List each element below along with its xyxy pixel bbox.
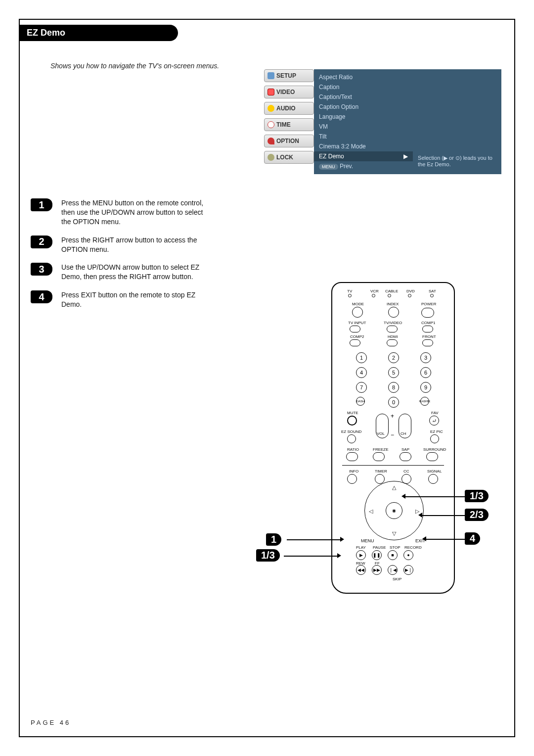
flashbk-button[interactable]: FLASHBK [420, 397, 429, 406]
step-3: 3 Use the UP/DOWN arrow button to select… [31, 263, 503, 282]
surround-button[interactable] [426, 452, 438, 461]
record-button[interactable]: ● [403, 550, 413, 560]
skip-back-button[interactable]: ❘◀ [388, 565, 398, 575]
play-button[interactable]: ▶ [356, 550, 366, 560]
callout-1: 1 [266, 533, 281, 546]
digit-0[interactable]: 0 [388, 397, 399, 408]
info-button[interactable] [347, 474, 357, 484]
callout-4: 4 [465, 532, 480, 545]
digit-1[interactable]: 1 [356, 352, 367, 363]
osd-prev-pill: MENU [319, 164, 338, 170]
step-badge: 2 [31, 236, 52, 248]
tvinput-button[interactable] [350, 326, 360, 332]
step-text: Use the UP/DOWN arrow button to select E… [61, 263, 210, 282]
ff-button[interactable]: ▶▶ [372, 565, 382, 575]
step-2: 2 Press the RIGHT arrow button to access… [31, 236, 503, 254]
osd-menu: SETUP VIDEO AUDIO TIME OPTION LOCK Aspec… [264, 69, 501, 174]
stop-button[interactable]: ■ [388, 550, 398, 560]
skip-fwd-button[interactable]: ▶❘ [403, 565, 413, 575]
step-text: Press the MENU button on the remote cont… [61, 198, 210, 227]
digit-4[interactable]: 4 [356, 367, 367, 378]
callout-2-3: 2/3 [465, 509, 489, 521]
osd-tab-video: VIDEO [264, 86, 314, 98]
front-button[interactable] [422, 339, 433, 346]
osd-hint-panel: Selection (▶ or ⊙) leads you to the Ez D… [413, 69, 501, 174]
freeze-button[interactable] [373, 452, 385, 461]
index-button[interactable] [388, 307, 399, 318]
rew-button[interactable]: ◀◀ [356, 565, 366, 575]
digit-3[interactable]: 3 [420, 352, 431, 363]
osd-tab-audio: AUDIO [264, 102, 314, 115]
callout-1-3-right: 1/3 [465, 490, 489, 502]
ratio-button[interactable] [346, 452, 358, 461]
ezsound-button[interactable] [347, 434, 356, 443]
arrow-left-icon[interactable]: ◁ [369, 508, 373, 515]
ezpic-button[interactable] [430, 434, 439, 443]
step-badge: 3 [31, 263, 52, 276]
osd-item-highlighted: EZ Demo▶ [314, 151, 413, 161]
pause-button[interactable]: ❚❚ [372, 550, 382, 560]
osd-tab-setup: SETUP [264, 69, 314, 82]
digit-7[interactable]: 7 [356, 382, 367, 393]
section-title: EZ Demo [20, 25, 178, 41]
arrow-down-icon[interactable]: ▽ [392, 530, 396, 537]
mode-button[interactable] [352, 307, 363, 318]
hdmi-button[interactable] [387, 339, 398, 346]
menu-label[interactable]: MENU [361, 538, 374, 543]
osd-tab-option: OPTION [264, 135, 314, 147]
callout-1-3-left: 1/3 [256, 549, 280, 562]
remote-illustration: TV VCR CABLE DVD SAT MODE INDEX POWER TV… [312, 282, 480, 599]
ok-button[interactable]: ◉ [386, 502, 402, 519]
step-badge: 4 [31, 290, 52, 303]
intro-text: Shows you how to navigate the TV's on-sc… [50, 62, 503, 70]
fav-button[interactable]: ⤾ [429, 416, 439, 425]
digit-6[interactable]: 6 [420, 367, 431, 378]
power-button[interactable] [421, 308, 434, 318]
step-text: Press EXIT button on the remote to stop … [61, 290, 210, 309]
dash-button[interactable]: DASH [356, 397, 365, 406]
sap-button[interactable] [400, 452, 411, 461]
osd-item-list: Aspect Ratio Caption Caption/Text Captio… [314, 69, 413, 174]
digit-9[interactable]: 9 [420, 382, 431, 393]
digit-2[interactable]: 2 [388, 352, 399, 363]
page-number: PAGE 46 [31, 719, 71, 726]
nav-ring[interactable]: △ ▽ ◁ ▷ ◉ [364, 481, 424, 540]
tvvideo-button[interactable] [387, 326, 398, 332]
osd-tab-time: TIME [264, 118, 314, 131]
digit-5[interactable]: 5 [388, 367, 399, 378]
comp1-button[interactable] [422, 326, 433, 332]
digit-8[interactable]: 8 [388, 382, 399, 393]
step-1: 1 Press the MENU button on the remote co… [31, 198, 503, 227]
signal-button[interactable] [428, 474, 438, 484]
step-text: Press the RIGHT arrow button to access t… [61, 236, 210, 254]
mute-button[interactable] [347, 416, 357, 425]
comp2-button[interactable] [350, 339, 360, 346]
osd-tab-lock: LOCK [264, 151, 314, 164]
arrow-up-icon[interactable]: △ [392, 484, 396, 491]
step-badge: 1 [31, 198, 52, 211]
